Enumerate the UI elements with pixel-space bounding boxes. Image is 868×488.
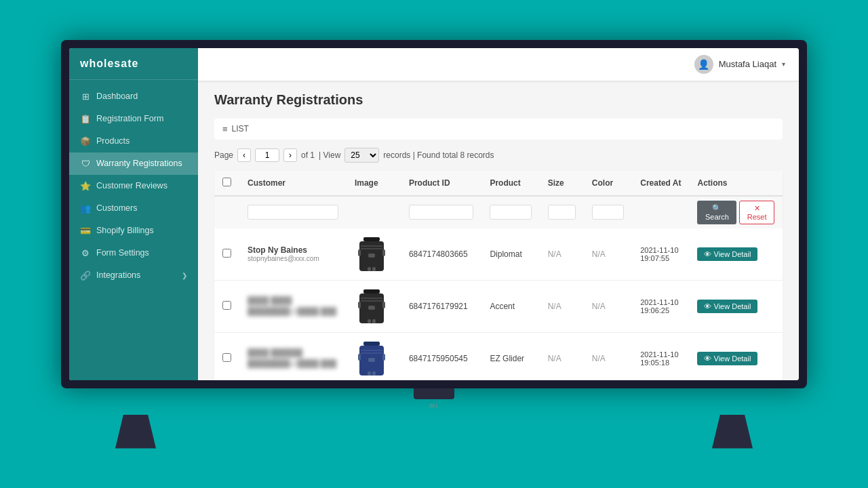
created-at-cell: 2021-11-1019:05:18: [632, 332, 689, 380]
product-image: [355, 234, 389, 274]
tv-legs: [61, 415, 807, 449]
warranty-icon: 🛡: [80, 159, 91, 169]
color-cell: N/A: [584, 228, 632, 281]
logo-text: wholesate: [80, 58, 138, 69]
view-label: | View: [319, 150, 340, 160]
tv-leg-right: [712, 415, 753, 449]
table-row: ████ ██████████████@████.███: [214, 332, 783, 380]
select-all-checkbox[interactable]: [222, 178, 231, 186]
svg-rect-24: [368, 371, 371, 375]
view-detail-button[interactable]: 👁 View Detail: [697, 247, 757, 261]
col-header-product: Product: [481, 171, 539, 196]
product-id-cell: 6847174803665: [401, 228, 481, 281]
product-name-cell: Diplomat: [481, 228, 539, 281]
svg-rect-25: [372, 371, 376, 375]
row-checkbox-cell: [214, 280, 239, 332]
customers-icon: 👥: [80, 203, 91, 214]
filter-action-group: 🔍 Search ✕ Reset: [697, 201, 774, 224]
products-icon: 📦: [80, 136, 91, 146]
svg-rect-2: [361, 245, 382, 247]
topbar: 👤 Mustafa Liaqat ▾: [198, 48, 799, 81]
user-menu[interactable]: 👤 Mustafa Liaqat ▾: [694, 55, 785, 74]
pagination-bar: Page ‹ › of 1 | View 25 50 100 record: [214, 148, 783, 163]
svg-rect-20: [361, 350, 382, 351]
filter-product-input[interactable]: [490, 205, 531, 220]
filter-customer-input[interactable]: [248, 205, 338, 220]
svg-rect-0: [363, 237, 380, 241]
sidebar-item-warranty[interactable]: 🛡 Warranty Registrations: [69, 152, 198, 175]
col-header-product-id: Product ID: [401, 171, 481, 196]
color-cell: N/A: [584, 280, 632, 332]
svg-rect-12: [361, 300, 382, 302]
chevron-down-icon: ▾: [782, 60, 785, 68]
filter-customer-cell: [239, 196, 347, 228]
sidebar-item-label: Warranty Registrations: [96, 159, 182, 168]
tv-leg-left: [115, 415, 156, 449]
sidebar-item-label: Customers: [96, 203, 137, 213]
col-header-actions: Actions: [689, 171, 783, 196]
svg-rect-15: [368, 319, 371, 323]
svg-rect-11: [361, 298, 382, 299]
integrations-icon: 🔗: [80, 270, 91, 281]
product-id-cell: 6847175950545: [401, 332, 481, 380]
sidebar-item-reviews[interactable]: ⭐ Customer Reviews: [69, 175, 198, 197]
svg-rect-4: [358, 249, 361, 256]
sidebar-nav: ⊞ Dashboard 📋 Registration Form 📦 Produc…: [69, 80, 198, 380]
settings-icon: ⚙: [80, 248, 91, 258]
list-icon: ≡: [222, 124, 228, 134]
tv-frame: wholesate ⊞ Dashboard 📋 Registration For…: [61, 40, 807, 449]
filter-size-input[interactable]: [548, 205, 576, 220]
tv-screen: wholesate ⊞ Dashboard 📋 Registration For…: [61, 40, 807, 388]
sidebar-item-billings[interactable]: 💳 Shopify Billings: [69, 220, 198, 242]
chevron-right-icon: ❯: [182, 272, 187, 279]
sidebar-item-label: Dashboard: [96, 92, 138, 101]
page-number-input[interactable]: [255, 148, 279, 162]
sidebar-item-customers[interactable]: 👥 Customers: [69, 197, 198, 220]
created-at-cell: 2021-11-1019:06:25: [632, 280, 689, 332]
filter-product-id-input[interactable]: [409, 205, 473, 220]
filter-product-id-cell: [401, 196, 481, 228]
filter-product-cell: [481, 196, 539, 228]
customer-cell: ████ ████████████@████.███: [239, 280, 347, 332]
sidebar-item-form-settings[interactable]: ⚙ Form Settings: [69, 242, 198, 264]
product-name-cell: Accent: [481, 280, 539, 332]
list-toolbar: ≡ LIST: [214, 119, 783, 140]
filter-actions-cell: 🔍 Search ✕ Reset: [689, 196, 783, 228]
sidebar-item-registration-form[interactable]: 📋 Registration Form: [69, 108, 198, 130]
sidebar-item-products[interactable]: 📦 Products: [69, 130, 198, 152]
col-header-color: Color: [584, 171, 632, 196]
sidebar-item-dashboard[interactable]: ⊞ Dashboard: [69, 85, 198, 108]
row-checkbox[interactable]: [222, 301, 231, 310]
svg-rect-23: [382, 354, 385, 361]
filter-created-cell: [632, 196, 689, 228]
filter-image-cell: [347, 196, 401, 228]
table-row: ████ ████████████@████.███: [214, 280, 783, 332]
sidebar-item-label: Customer Reviews: [96, 181, 167, 190]
user-name: Mustafa Liaqat: [719, 59, 776, 69]
total-pages: of 1: [301, 150, 315, 160]
row-checkbox-cell: [214, 228, 239, 281]
product-id-cell: 6847176179921: [401, 280, 481, 332]
size-cell: N/A: [540, 228, 584, 281]
row-checkbox[interactable]: [222, 353, 231, 362]
view-count-select[interactable]: 25 50 100: [344, 148, 379, 163]
reset-button[interactable]: ✕ Reset: [739, 201, 774, 224]
product-name-cell: EZ Glider: [481, 332, 539, 380]
row-checkbox[interactable]: [222, 249, 231, 258]
svg-rect-21: [361, 352, 382, 354]
search-button[interactable]: 🔍 Search: [697, 201, 736, 224]
size-cell: N/A: [540, 280, 584, 332]
actions-cell: 👁 View Detail: [689, 332, 783, 380]
prev-page-button[interactable]: ‹: [237, 148, 251, 162]
sidebar-item-integrations[interactable]: 🔗 Integrations ❯: [69, 264, 198, 287]
image-cell: [347, 280, 401, 332]
product-image: [355, 286, 389, 327]
customer-cell: ████ ██████████████@████.███: [239, 332, 347, 380]
next-page-button[interactable]: ›: [283, 148, 297, 162]
filter-color-input[interactable]: [592, 205, 624, 220]
svg-rect-9: [363, 289, 380, 293]
view-detail-button[interactable]: 👁 View Detail: [697, 352, 757, 365]
color-cell: N/A: [584, 332, 632, 380]
col-header-customer: Customer: [239, 171, 347, 196]
view-detail-button[interactable]: 👁 View Detail: [697, 300, 757, 313]
